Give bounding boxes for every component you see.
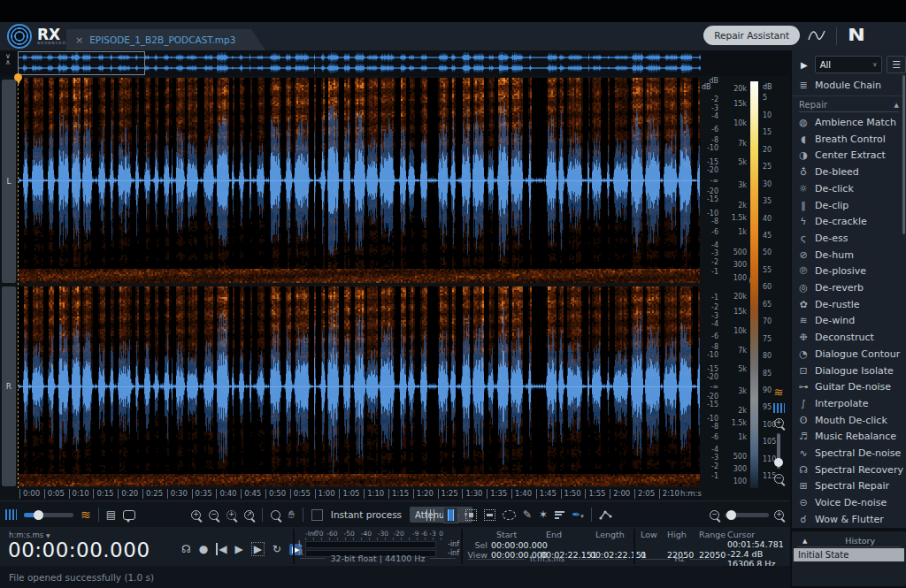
play-button[interactable]: ▶: [234, 543, 242, 555]
time-zoom-out-icon[interactable]: −: [710, 510, 719, 520]
module-item-de-rustle[interactable]: ✿De-rustle: [792, 296, 906, 313]
pan-hand-tool-icon[interactable]: ✋︎: [288, 508, 295, 521]
spectrogram-left-canvas[interactable]: [19, 78, 700, 283]
playhead-line[interactable]: [18, 80, 19, 488]
collapse-triangle-icon[interactable]: ▲: [802, 538, 807, 545]
module-item-deconstruct[interactable]: ❉Deconstruct: [792, 329, 906, 346]
collapse-triangle-icon[interactable]: ▲: [894, 102, 899, 109]
amp-label: -3: [711, 454, 718, 462]
spectrogram-settings-icon[interactable]: ▤: [106, 508, 116, 521]
zoom-in-icon[interactable]: +: [191, 510, 201, 520]
instant-process-label[interactable]: Instant process: [331, 509, 402, 520]
repair-section-header[interactable]: Repair ▲: [799, 98, 899, 112]
panel-scrollbar[interactable]: [902, 75, 905, 234]
module-item-voice-de-noise[interactable]: ⊝Voice De-noise: [792, 494, 906, 511]
de-hum-icon: ⊘: [792, 249, 815, 261]
repair-assistant-button[interactable]: Repair Assistant: [703, 26, 800, 45]
amp-label: -2: [711, 258, 718, 266]
balance-slider-knob[interactable]: [34, 510, 43, 520]
playhead-time-display[interactable]: 00:00:00.000: [8, 538, 150, 561]
spectrogram-colorbar[interactable]: [750, 81, 758, 488]
playhead-pin[interactable]: [14, 73, 22, 81]
module-item-spectral-de-noise[interactable]: ∿Spectral De-noise: [792, 445, 906, 462]
overview-selection-box[interactable]: [18, 51, 145, 75]
magic-wand-tool-icon[interactable]: ✶: [539, 508, 548, 521]
amp-label: -10: [707, 144, 718, 152]
module-item-mouth-de-click[interactable]: ʘMouth De-click: [792, 412, 906, 429]
spectrogram-view-icon[interactable]: ≋: [81, 509, 91, 521]
tab-close-icon[interactable]: ×: [75, 34, 83, 46]
feather-selection-icon[interactable]: ✒▾: [572, 508, 584, 521]
spectrogram-right-canvas[interactable]: [19, 286, 700, 486]
module-item-de-clip[interactable]: ‖De-clip: [792, 197, 906, 214]
module-item-spectral-recovery[interactable]: ☊Spectral Recovery: [792, 462, 906, 478]
instant-process-checkbox[interactable]: [311, 509, 323, 521]
module-chain-item[interactable]: ≣ Module Chain: [792, 77, 906, 96]
module-item-de-wind[interactable]: ≋De-wind: [792, 312, 906, 329]
sel-start-value[interactable]: 00:00:00.000: [491, 540, 541, 550]
module-item-spectral-repair[interactable]: ⊞Spectral Repair: [792, 477, 906, 494]
monitor-icon[interactable]: ☊: [181, 543, 191, 555]
module-item-guitar-de-noise[interactable]: ⊶Guitar De-noise: [792, 378, 906, 395]
left-channel-strip[interactable]: L: [2, 80, 16, 283]
comment-icon[interactable]: [123, 510, 135, 520]
zoom-reset-icon[interactable]: ↗: [244, 510, 254, 520]
vertical-zoom-out-icon[interactable]: −: [774, 474, 784, 484]
tab-title[interactable]: EPISODE_1_B2B_PODCAST.mp3: [89, 34, 235, 45]
loop-button[interactable]: ↻: [273, 543, 281, 555]
play-selection-button[interactable]: ▶: [251, 542, 265, 556]
module-item-de-plosive[interactable]: ℗De-plosive: [792, 263, 906, 279]
module-item-de-click[interactable]: ☼De-click: [792, 180, 906, 197]
lasso-selection-tool-icon[interactable]: [503, 510, 516, 520]
module-item-dialogue-contour[interactable]: ◔Dialogue Contour: [792, 346, 906, 363]
time-zoom-knob[interactable]: [726, 510, 736, 520]
file-tab[interactable]: × EPISODE_1_B2B_PODCAST.mp3: [66, 29, 265, 50]
waveform-mode-icon[interactable]: [773, 403, 785, 413]
amp-label: -20: [707, 372, 718, 380]
toolbar-divider: [262, 508, 263, 522]
history-item[interactable]: Initial State: [794, 548, 904, 561]
meter-scale-label: -9: [412, 530, 418, 538]
module-item-de-reverb[interactable]: ◎De-reverb: [792, 279, 906, 296]
module-item-de-crackle[interactable]: ϟDe-crackle: [792, 213, 906, 230]
envelope-tool-icon[interactable]: [599, 508, 613, 521]
brush-selection-tool-icon[interactable]: ✎: [523, 508, 532, 521]
zoom-out-icon[interactable]: −: [209, 510, 219, 520]
blend-slider-knob[interactable]: [774, 458, 783, 467]
right-channel-strip[interactable]: R: [2, 286, 16, 486]
time-frequency-selection-tool-icon[interactable]: [465, 509, 477, 521]
zoom-selection-icon[interactable]: +: [226, 510, 236, 520]
go-to-start-button[interactable]: ◀: [216, 543, 226, 555]
module-item-wow-flutter[interactable]: ☌Wow & Flutter: [792, 511, 906, 528]
vertical-zoom-in-icon[interactable]: +: [774, 418, 784, 428]
time-ruler[interactable]: 0:000:050:100:150:200:250:300:350:400:45…: [19, 488, 700, 500]
module-filter-dropdown[interactable]: All ∨: [815, 56, 883, 73]
module-item-de-bleed[interactable]: ♁De-bleed: [792, 164, 906, 180]
spectrogram-mode-icon[interactable]: ≋: [774, 387, 784, 398]
record-button[interactable]: ●: [199, 543, 208, 555]
waveform-view-icon[interactable]: [5, 509, 17, 520]
waveform-spectrogram-balance-slider[interactable]: [24, 513, 73, 517]
module-item-de-ess[interactable]: ςDe-ess: [792, 230, 906, 247]
collapse-overview-icon[interactable]: ∨∧: [5, 53, 11, 65]
module-item-breath-control[interactable]: ◖Breath Control: [792, 131, 906, 148]
frequency-selection-tool-icon[interactable]: [484, 509, 495, 521]
module-item-de-hum[interactable]: ⊘De-hum: [792, 247, 906, 263]
preview-play-icon[interactable]: ▶: [801, 60, 808, 70]
time-zoom-in-icon[interactable]: +: [774, 510, 784, 520]
module-item-dialogue-isolate[interactable]: ⊡Dialogue Isolate: [792, 363, 906, 379]
module-item-ambience-match[interactable]: ◍Ambience Match: [792, 114, 906, 131]
signature-scribble-icon[interactable]: [807, 27, 826, 43]
amp-label: -15: [707, 401, 718, 409]
panel-menu-button[interactable]: ☰: [887, 56, 906, 73]
spectrogram-blend-slider[interactable]: [777, 433, 780, 469]
time-selection-tool-icon[interactable]: [443, 507, 458, 523]
flatten-selection-icon[interactable]: [555, 511, 564, 519]
module-item-center-extract[interactable]: ◑Center Extract: [792, 147, 906, 164]
module-label: Spectral Repair: [815, 480, 889, 492]
module-item-music-rebalance[interactable]: ♬Music Rebalance: [792, 428, 906, 445]
module-item-interpolate[interactable]: ∫Interpolate: [792, 395, 906, 412]
time-zoom-slider[interactable]: [725, 513, 769, 517]
magnify-tool-icon[interactable]: [271, 510, 280, 520]
adjacent-selection-tool-icon[interactable]: [425, 508, 436, 522]
